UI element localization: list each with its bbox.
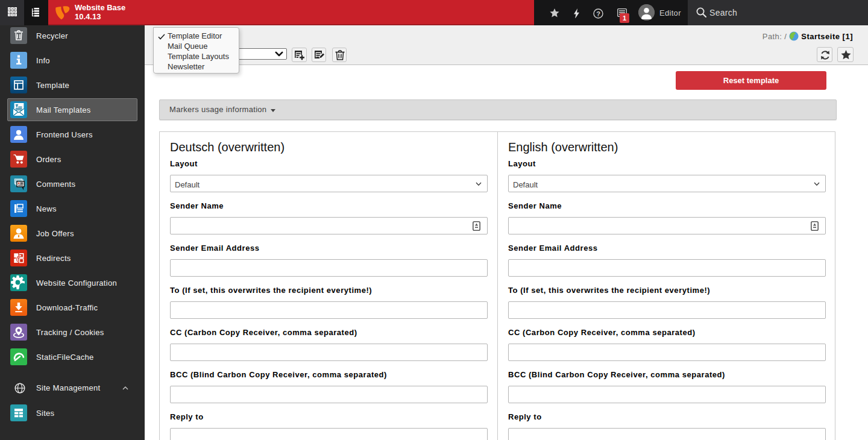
svg-text:?: ? — [596, 10, 600, 17]
